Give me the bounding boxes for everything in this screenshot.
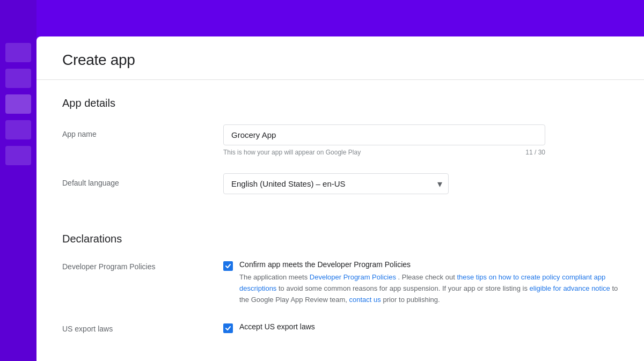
app-details-section: App details App name This is how your ap… (62, 97, 618, 194)
app-name-char-count: 11 / 30 (525, 149, 545, 156)
language-select-wrapper: English (United States) – en-US English … (223, 173, 449, 194)
checkmark-icon-2 (225, 325, 231, 331)
language-select[interactable]: English (United States) – en-US English … (223, 173, 449, 194)
content-body: App details App name This is how your ap… (36, 80, 644, 361)
us-export-label: US export laws (62, 322, 223, 333)
us-export-content: Accept US export laws (239, 322, 618, 334)
desc-middle2: to avoid some common reasons for app sus… (279, 284, 530, 292)
sidebar (0, 0, 36, 361)
app-name-hint: This is how your app will appear on Goog… (223, 149, 361, 156)
checkmark-icon (225, 263, 231, 269)
us-export-title: Accept US export laws (239, 322, 618, 331)
desc-middle1: . Please check out (398, 273, 457, 281)
sidebar-item-4[interactable] (5, 120, 31, 139)
developer-program-content: Confirm app meets the Developer Program … (239, 260, 618, 305)
sidebar-item-5[interactable] (5, 146, 31, 165)
default-language-row: Default language English (United States)… (62, 173, 618, 194)
eligible-advance-notice-link[interactable]: eligible for advance notice (530, 284, 610, 292)
default-language-control: English (United States) – en-US English … (223, 173, 545, 194)
us-export-row: US export laws Accept US export laws (62, 322, 618, 334)
developer-program-checkbox-group: Confirm app meets the Developer Program … (223, 260, 618, 305)
sidebar-item-3[interactable] (5, 94, 31, 114)
app-details-section-title: App details (62, 97, 618, 109)
page-header: Create app (36, 36, 644, 80)
us-export-checkbox-group: Accept US export laws (223, 322, 618, 334)
section-divider (62, 211, 618, 229)
default-language-label: Default language (62, 173, 223, 187)
desc-prefix: The application meets (239, 273, 310, 281)
contact-us-link[interactable]: contact us (349, 296, 381, 304)
page-title: Create app (62, 51, 618, 69)
app-name-input[interactable] (223, 124, 545, 145)
developer-program-description: The application meets Developer Program … (239, 272, 618, 305)
sidebar-item-1[interactable] (5, 43, 31, 62)
app-name-row: App name This is how your app will appea… (62, 124, 618, 156)
developer-program-policies-link[interactable]: Developer Program Policies (310, 273, 396, 281)
developer-program-title: Confirm app meets the Developer Program … (239, 260, 618, 269)
sidebar-item-2[interactable] (5, 69, 31, 88)
purple-header-bg (0, 0, 644, 36)
declarations-section: Declarations Developer Program Policies … (62, 233, 618, 334)
developer-program-label: Developer Program Policies (62, 260, 223, 271)
main-content: Create app App details App name This is … (36, 36, 644, 361)
developer-program-checkbox[interactable] (223, 261, 233, 271)
app-name-hint-row: This is how your app will appear on Goog… (223, 149, 545, 156)
us-export-checkbox[interactable] (223, 323, 233, 333)
desc-suffix: prior to publishing. (383, 296, 440, 304)
app-name-control: This is how your app will appear on Goog… (223, 124, 545, 156)
declarations-section-title: Declarations (62, 233, 618, 245)
developer-program-row: Developer Program Policies Confirm app m… (62, 260, 618, 305)
app-name-label: App name (62, 124, 223, 138)
